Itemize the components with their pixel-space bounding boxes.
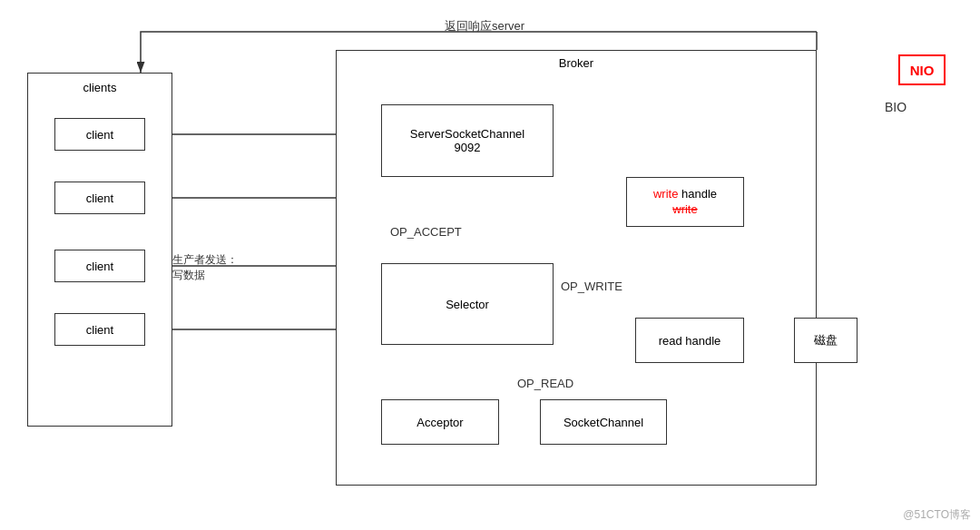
client-box-1: client xyxy=(54,118,145,151)
producer-send-text: 生产者发送：写数据 xyxy=(172,253,238,281)
client-4-label: client xyxy=(86,323,113,337)
return-response-label: 返回响应server xyxy=(445,18,524,34)
socket-channel-label: SocketChannel xyxy=(564,416,643,429)
server-socket-channel-label: ServerSocketChannel xyxy=(410,127,524,141)
socket-channel-box: SocketChannel xyxy=(540,399,667,445)
op-read-label: OP_READ xyxy=(517,377,573,390)
server-socket-port-label: 9092 xyxy=(455,141,481,154)
acceptor-label: Acceptor xyxy=(416,416,463,429)
op-accept-label: OP_ACCEPT xyxy=(390,225,462,239)
client-box-4: client xyxy=(54,313,145,346)
write-strikethrough: write xyxy=(672,202,697,216)
broker-label: Broker xyxy=(559,56,593,70)
server-socket-channel-box: ServerSocketChannel 9092 xyxy=(381,104,554,177)
client-1-label: client xyxy=(86,128,113,142)
disk-box: 磁盘 xyxy=(794,318,858,363)
read-handle-label: read handle xyxy=(659,334,721,348)
selector-box: Selector xyxy=(381,263,554,345)
client-2-label: client xyxy=(86,191,113,205)
clients-label: clients xyxy=(28,81,172,94)
write-label: write xyxy=(653,187,678,201)
client-box-2: client xyxy=(54,182,145,214)
nio-label: NIO xyxy=(910,63,935,78)
acceptor-box: Acceptor xyxy=(381,399,499,445)
write-handle-box: write handle write xyxy=(626,177,744,227)
client-box-3: client xyxy=(54,250,145,282)
handle-text-1: handle xyxy=(681,187,717,201)
producer-send-label: 生产者发送：写数据 xyxy=(172,252,238,283)
write-strikethrough-row: write xyxy=(672,202,697,218)
client-3-label: client xyxy=(86,260,113,273)
nio-badge: NIO xyxy=(898,54,946,85)
bio-label: BIO xyxy=(885,100,906,114)
write-handle-text: write handle xyxy=(653,187,717,202)
watermark: @51CTO博客 xyxy=(903,507,971,523)
selector-label: Selector xyxy=(446,298,489,311)
disk-label: 磁盘 xyxy=(814,332,838,348)
diagram-container: clients client client client client Brok… xyxy=(0,0,980,530)
op-write-label: OP_WRITE xyxy=(561,280,622,293)
read-handle-box: read handle xyxy=(635,318,744,363)
